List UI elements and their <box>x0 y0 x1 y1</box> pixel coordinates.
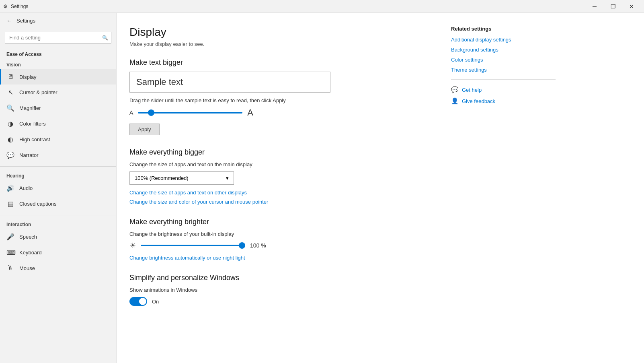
feedback-row: 👤 Give feedback <box>451 97 556 105</box>
animations-label: Show animations in Windows <box>129 287 435 293</box>
cursor-link[interactable]: Change the size and color of your cursor… <box>129 199 435 205</box>
search-icon: 🔍 <box>102 35 108 41</box>
sidebar-item-captions-label: Closed captions <box>19 201 57 207</box>
give-feedback-link[interactable]: Give feedback <box>462 98 495 104</box>
sidebar-item-audio[interactable]: 🔊 Audio <box>0 180 116 196</box>
animations-toggle-row: On <box>129 297 435 306</box>
brightness-value: 100 % <box>250 242 266 249</box>
colorfilters-icon: ◑ <box>6 120 14 128</box>
slider-small-label: A <box>129 109 133 116</box>
ease-of-access-label: Ease of Access <box>0 48 116 59</box>
app-container: ← Settings 🔍 Ease of Access Vision 🖥 Dis… <box>0 13 644 363</box>
section-text-bigger: Make text bigger Sample text Drag the sl… <box>129 58 435 135</box>
close-button[interactable]: ✕ <box>622 0 641 13</box>
sidebar-item-cursor[interactable]: ↖ Cursor & pointer <box>0 85 116 100</box>
sidebar-item-narrator[interactable]: 💬 Narrator <box>0 147 116 163</box>
chevron-down-icon: ▾ <box>226 175 229 181</box>
get-help-row: 💬 Get help <box>451 86 556 93</box>
toggle-state-label: On <box>152 299 159 305</box>
sidebar-item-mouse-label: Mouse <box>19 265 35 271</box>
everything-bigger-desc: Change the size of apps and text on the … <box>129 161 435 167</box>
size-dropdown-value: 100% (Recommended) <box>135 175 189 181</box>
sidebar-item-keyboard[interactable]: ⌨ Keyboard <box>0 245 116 260</box>
section-everything-bigger: Make everything bigger Change the size o… <box>129 148 435 205</box>
title-bar-controls: ─ ❐ ✕ <box>585 0 641 13</box>
speech-icon: 🎤 <box>6 233 14 241</box>
brighter-desc: Change the brightness of your built-in d… <box>129 231 435 237</box>
sidebar: ← Settings 🔍 Ease of Access Vision 🖥 Dis… <box>0 13 117 363</box>
sidebar-search-container: 🔍 <box>5 32 111 43</box>
cursor-icon: ↖ <box>6 89 14 96</box>
help-icon: 💬 <box>451 86 459 93</box>
title-bar-text: Settings <box>11 4 28 9</box>
related-panel: Related settings Additional display sett… <box>451 26 556 350</box>
related-title: Related settings <box>451 26 556 32</box>
sidebar-item-narrator-label: Narrator <box>19 152 39 158</box>
sidebar-item-cursor-label: Cursor & pointer <box>19 89 57 95</box>
toggle-thumb <box>139 298 146 305</box>
sidebar-item-mouse[interactable]: 🖱 Mouse <box>0 260 116 276</box>
interaction-label: Interaction <box>0 219 116 229</box>
sidebar-back-label: Settings <box>16 18 35 24</box>
captions-icon: ▤ <box>6 200 14 208</box>
title-bar-left: ⚙ Settings <box>3 4 28 9</box>
sidebar-item-display[interactable]: 🖥 Display <box>0 69 116 85</box>
content-area: Display Make your display easier to see.… <box>117 13 644 363</box>
everything-bigger-title: Make everything bigger <box>129 148 435 157</box>
vision-label: Vision <box>0 59 116 69</box>
sidebar-item-magnifier-label: Magnifier <box>19 105 41 111</box>
related-link-theme[interactable]: Theme settings <box>451 67 556 73</box>
keyboard-icon: ⌨ <box>6 249 14 256</box>
text-size-slider-row: A A <box>129 107 435 118</box>
sidebar-item-audio-label: Audio <box>19 185 33 191</box>
sun-icon: ☀ <box>129 241 136 250</box>
minimize-button[interactable]: ─ <box>585 0 604 13</box>
related-link-background[interactable]: Background settings <box>451 47 556 53</box>
related-link-color[interactable]: Color settings <box>451 57 556 63</box>
mouse-icon: 🖱 <box>6 264 14 272</box>
related-link-display[interactable]: Additional display settings <box>451 37 556 43</box>
related-divider <box>451 79 556 80</box>
restore-button[interactable]: ❐ <box>604 0 622 13</box>
narrator-icon: 💬 <box>6 151 14 159</box>
sidebar-item-keyboard-label: Keyboard <box>19 250 42 256</box>
night-light-link[interactable]: Change brightness automatically or use n… <box>129 255 435 261</box>
main-content: Display Make your display easier to see.… <box>129 26 435 350</box>
brightness-slider[interactable] <box>141 245 245 246</box>
get-help-link[interactable]: Get help <box>462 87 482 93</box>
sidebar-item-magnifier[interactable]: 🔍 Magnifier <box>0 100 116 116</box>
audio-icon: 🔊 <box>6 184 14 192</box>
sidebar-divider-2 <box>0 215 116 215</box>
sidebar-item-highcontrast[interactable]: ◐ High contrast <box>0 132 116 147</box>
hearing-label: Hearing <box>0 170 116 180</box>
slider-desc: Drag the slider until the sample text is… <box>129 97 435 103</box>
sidebar-item-colorfilters-label: Color filters <box>19 121 46 127</box>
page-title: Display <box>129 26 435 39</box>
simplify-title: Simplify and personalize Windows <box>129 274 435 282</box>
sidebar-item-speech[interactable]: 🎤 Speech <box>0 229 116 245</box>
search-input[interactable] <box>5 32 111 43</box>
title-bar: ⚙ Settings ─ ❐ ✕ <box>0 0 644 13</box>
sidebar-item-colorfilters[interactable]: ◑ Color filters <box>0 116 116 132</box>
text-size-slider[interactable] <box>138 112 242 113</box>
sidebar-item-highcontrast-label: High contrast <box>19 136 50 142</box>
sample-text-box: Sample text <box>129 72 330 93</box>
sidebar-item-display-label: Display <box>19 74 37 80</box>
sidebar-divider-1 <box>0 166 116 167</box>
highcontrast-icon: ◐ <box>6 136 14 143</box>
page-subtitle: Make your display easier to see. <box>129 41 435 47</box>
sidebar-item-speech-label: Speech <box>19 234 37 240</box>
size-dropdown[interactable]: 100% (Recommended) ▾ <box>129 171 234 185</box>
apply-button[interactable]: Apply <box>129 124 160 135</box>
sidebar-item-captions[interactable]: ▤ Closed captions <box>0 196 116 212</box>
section-brighter: Make everything brighter Change the brig… <box>129 218 435 261</box>
brighter-title: Make everything brighter <box>129 218 435 226</box>
slider-large-label: A <box>247 107 253 118</box>
sidebar-back[interactable]: ← Settings <box>0 13 116 29</box>
animations-toggle[interactable] <box>129 297 147 306</box>
feedback-icon: 👤 <box>451 97 459 105</box>
settings-icon: ⚙ <box>3 4 8 9</box>
text-bigger-title: Make text bigger <box>129 58 435 67</box>
display-icon: 🖥 <box>6 73 14 80</box>
other-displays-link[interactable]: Change the size of apps and text on othe… <box>129 190 435 196</box>
